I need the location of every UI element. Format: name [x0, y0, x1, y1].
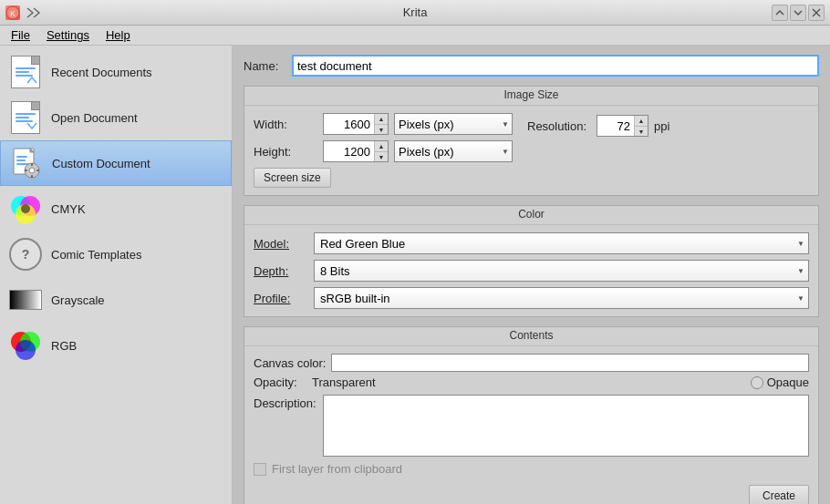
opacity-opaque: Opaque [767, 375, 809, 389]
grayscale-icon [9, 283, 42, 316]
app-icon: K [5, 5, 20, 20]
height-input[interactable] [324, 141, 374, 161]
svg-rect-7 [16, 159, 26, 161]
height-unit-dropdown[interactable]: Pixels (px) Inches Centimeters [394, 140, 513, 162]
create-button[interactable]: Create [749, 485, 809, 504]
menu-file[interactable]: File [4, 26, 37, 44]
contents-title: Contents [244, 327, 818, 346]
svg-point-21 [16, 340, 36, 360]
profile-label: Profile: [254, 292, 308, 305]
width-input[interactable] [324, 114, 374, 134]
opacity-label: Opacity: [254, 375, 308, 389]
color-title: Color [244, 206, 818, 225]
svg-text:K: K [10, 9, 16, 18]
svg-rect-13 [25, 170, 27, 171]
color-content: Model: Red Green Blue CMYK Grayscale Lab… [244, 225, 818, 316]
main-layout: Recent Documents Open Document [0, 46, 830, 504]
resolution-label: Resolution: [527, 119, 591, 133]
menu-settings[interactable]: Settings [39, 26, 97, 44]
titlebar-title: Krita [403, 5, 428, 19]
height-decrement-btn[interactable]: ▼ [375, 151, 388, 161]
bottom-bar: Create [254, 481, 809, 504]
sidebar-item-recent-documents[interactable]: Recent Documents [0, 49, 232, 95]
rgb-icon [9, 329, 42, 362]
model-label: Model: [254, 237, 308, 251]
width-spinner: ▲ ▼ [323, 113, 389, 135]
sidebar-recent-label: Recent Documents [51, 66, 152, 79]
custom-doc-icon [10, 147, 43, 180]
image-size-section: Image Size Width: ▲ ▼ [244, 86, 819, 196]
description-textarea[interactable] [323, 395, 809, 457]
sidebar-rgb-label: RGB [51, 339, 77, 353]
opacity-value: Transparent [312, 375, 747, 389]
color-section: Color Model: Red Green Blue CMYK Graysca… [244, 205, 819, 317]
resolution-decrement-btn[interactable]: ▼ [635, 126, 648, 136]
canvas-color-swatch[interactable] [331, 354, 809, 372]
clipboard-row: First layer from clipboard [254, 462, 809, 476]
sidebar-item-grayscale[interactable]: Grayscale [0, 277, 232, 323]
profile-dropdown[interactable]: sRGB built-in AdobeRGB ProPhotoRGB [314, 287, 809, 309]
width-unit-wrap: Pixels (px) Inches Centimeters [394, 113, 513, 135]
depth-row: Depth: 8 Bits 16 Bits 32 Bits Float [254, 260, 809, 282]
menu-help-label: Help [106, 28, 130, 42]
titlebar-close-btn[interactable] [808, 5, 825, 21]
sidebar-grayscale-label: Grayscale [51, 293, 105, 307]
titlebar-controls [772, 5, 825, 21]
profile-row: Profile: sRGB built-in AdobeRGB ProPhoto… [254, 287, 809, 309]
height-unit-wrap: Pixels (px) Inches Centimeters [394, 140, 513, 162]
resolution-increment-btn[interactable]: ▲ [635, 116, 648, 126]
svg-point-10 [29, 168, 35, 173]
menu-settings-label: Settings [47, 28, 89, 42]
sidebar-item-open-document[interactable]: Open Document [0, 95, 232, 140]
menu-help[interactable]: Help [99, 26, 138, 44]
svg-rect-11 [31, 163, 33, 166]
svg-rect-6 [16, 156, 27, 158]
width-decrement-btn[interactable]: ▼ [375, 124, 388, 134]
menubar: File Settings Help [0, 26, 830, 46]
image-size-title: Image Size [244, 87, 818, 106]
contents-section: Contents Canvas color: Opacity: Transpar… [244, 326, 819, 504]
screen-size-button[interactable]: Screen size [254, 168, 331, 188]
name-input[interactable] [292, 55, 819, 77]
sidebar: Recent Documents Open Document [0, 46, 233, 504]
sidebar-cmyk-label: CMYK [51, 202, 86, 216]
sidebar-item-rgb[interactable]: RGB [0, 323, 232, 368]
right-panel: Name: Image Size Width: ▲ [233, 46, 830, 504]
depth-dropdown-wrap: 8 Bits 16 Bits 32 Bits Float [314, 260, 809, 282]
opacity-toggle[interactable] [751, 376, 763, 389]
comic-icon: ? [9, 238, 42, 271]
open-arrow-icon [26, 119, 38, 132]
sidebar-custom-label: Custom Document [52, 157, 150, 170]
sidebar-item-cmyk[interactable]: CMYK [0, 186, 232, 231]
canvas-color-row: Canvas color: [254, 354, 809, 372]
resolution-input[interactable] [597, 116, 634, 136]
contents-content: Canvas color: Opacity: Transparent Opaqu… [244, 346, 818, 504]
clipboard-label: First layer from clipboard [272, 462, 402, 476]
width-label: Width: [254, 118, 317, 131]
description-row: Description: [254, 395, 809, 457]
width-row: Width: ▲ ▼ Pixels (px) [254, 113, 513, 135]
model-dropdown[interactable]: Red Green Blue CMYK Grayscale Lab [314, 232, 809, 254]
titlebar-minimize-btn[interactable] [772, 5, 788, 21]
name-label: Name: [244, 59, 285, 73]
recent-doc-icon [9, 56, 42, 88]
height-increment-btn[interactable]: ▲ [375, 141, 388, 151]
sidebar-item-comic-templates[interactable]: ? Comic Templates [0, 231, 232, 277]
menu-file-label: File [11, 28, 30, 42]
model-dropdown-wrap: Red Green Blue CMYK Grayscale Lab [314, 232, 809, 254]
open-doc-icon [9, 101, 42, 134]
image-size-content: Width: ▲ ▼ Pixels (px) [244, 106, 818, 195]
opacity-row: Opacity: Transparent Opaque [254, 375, 809, 389]
description-label: Description: [254, 395, 317, 410]
depth-dropdown[interactable]: 8 Bits 16 Bits 32 Bits Float [314, 260, 809, 282]
svg-rect-12 [31, 175, 33, 178]
width-increment-btn[interactable]: ▲ [375, 114, 388, 124]
clipboard-checkbox [254, 463, 266, 476]
model-row: Model: Red Green Blue CMYK Grayscale Lab [254, 232, 809, 254]
svg-rect-14 [36, 170, 39, 171]
sidebar-comic-label: Comic Templates [51, 248, 141, 262]
name-row: Name: [244, 55, 819, 77]
sidebar-item-custom-document[interactable]: Custom Document [0, 140, 232, 186]
width-unit-dropdown[interactable]: Pixels (px) Inches Centimeters [394, 113, 513, 135]
titlebar-restore-btn[interactable] [790, 5, 806, 21]
